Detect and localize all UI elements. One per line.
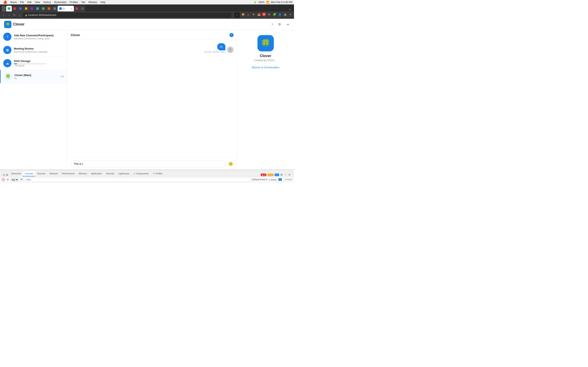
devtools-eye-icon[interactable]: 👁 (20, 178, 23, 181)
devtools-settings-icon[interactable]: ⚙ (280, 173, 283, 176)
extension-2[interactable]: ⚙ (267, 12, 271, 17)
profiles-menu[interactable]: Profiles (68, 0, 80, 4)
help-menu[interactable]: Help (99, 0, 107, 4)
svg-point-0 (229, 48, 231, 50)
tab-2[interactable] (12, 6, 17, 11)
tab-active[interactable]: Ci ✕ (58, 6, 74, 11)
extension-1[interactable]: 🦊 (257, 12, 261, 17)
devtools-panel: ⊡ ⊞ Elements Console Sources Network Per… (0, 170, 294, 184)
file-menu[interactable]: File (18, 0, 26, 4)
add-channels-icon: + (3, 33, 11, 41)
message-content: Hi 0x1De0...A20A 5.41pm (204, 43, 225, 53)
extension-3[interactable]: 🧩 (272, 12, 277, 17)
settings-btn[interactable]: ⚙ (277, 22, 282, 27)
tab-1[interactable] (6, 6, 12, 11)
header-actions: ☽ ⚙ ⇥ (269, 22, 290, 27)
brave-shield[interactable]: 🦁 (241, 12, 245, 17)
add-channels-subtitle: Add More Discussions, voting, airdr... (14, 37, 64, 40)
devtools-context-select[interactable]: top (11, 178, 18, 182)
emoji-btn[interactable]: 🙂 (228, 161, 233, 167)
apple-menu[interactable]: 🍎 (2, 0, 9, 4)
tab-4[interactable] (23, 6, 29, 11)
message-time: 5.41pm (219, 51, 225, 53)
right-panel-name: Clover (260, 54, 271, 58)
sidebar-item-dao-storage[interactable]: ☁ DAO Storage • 15/150GB (0, 57, 67, 70)
message-meta: 0x1De0...A20A 5.41pm (204, 51, 225, 53)
share-btn[interactable]: ↑ (234, 12, 240, 18)
clock: Mon Feb 6 4:40 PM (271, 1, 292, 4)
tab-10[interactable] (74, 6, 80, 11)
clover-main-icon: 🍀 (4, 72, 12, 81)
sidebar-item-meeting-rooms[interactable]: ▦ Meeting Rooms Rooms for conferences, m… (0, 43, 67, 57)
url-text: localhost:3000/dashboard (28, 14, 56, 17)
right-panel-created-by: Created by CF572-... (254, 59, 277, 62)
tab-close[interactable]: ✕ (71, 8, 72, 10)
tab-menu[interactable]: Tab (80, 0, 87, 4)
forward-btn[interactable]: › (7, 13, 11, 17)
tab-7[interactable] (40, 6, 46, 11)
tab-active-label: Ci (62, 7, 65, 10)
right-panel-icon: 🍀 (258, 35, 274, 51)
devtools-pause-icon[interactable]: ⏸ (7, 178, 9, 181)
tab-8[interactable] (46, 6, 52, 11)
tab-6[interactable] (35, 6, 40, 11)
reload-btn[interactable]: ↻ (12, 13, 16, 17)
chat-title: Clover (71, 33, 80, 37)
vpn-icon[interactable]: ▲ (246, 12, 250, 17)
storage-bar-bg (14, 63, 47, 64)
devtools-tab-console[interactable]: Console (23, 171, 35, 176)
devtools-close-icon[interactable]: ✕ (288, 173, 291, 176)
storage-bar-container (14, 63, 64, 64)
bookmarks-menu[interactable]: Bookmarks (53, 0, 68, 4)
history-menu[interactable]: History (42, 0, 52, 4)
tab-3[interactable] (17, 6, 23, 11)
devtools-tab-sources[interactable]: Sources (35, 171, 47, 176)
devtools-tab-application[interactable]: Application (89, 171, 104, 176)
edit-menu[interactable]: Edit (26, 0, 33, 4)
dark-mode-btn[interactable]: ☽ (269, 22, 274, 27)
back-btn[interactable]: ‹ (2, 13, 6, 17)
view-menu[interactable]: View (33, 0, 42, 4)
brave-menu[interactable]: Brave (9, 0, 18, 4)
sidebar-item-clover-main[interactable]: 🍀 Clover (Main) Hi • 5s (0, 70, 67, 83)
devtools-tab-memory[interactable]: Memory (77, 171, 89, 176)
issues-badge: 1 (278, 178, 282, 181)
sidebar-item-add-channels[interactable]: + Add New Channels/Participants Add More… (0, 30, 67, 43)
devtools-clear-icon[interactable]: 🚫 (2, 178, 5, 181)
battery-level: 100% (258, 1, 265, 4)
devtools-right-options: Default levels ▾ 1 Issue: 1 4 hidden (252, 178, 292, 181)
search-in-conversation[interactable]: Search in Conversation (252, 66, 279, 69)
devtools-more-icon[interactable]: ⋮ (284, 173, 287, 176)
clover-main-leaf: 🍀 (6, 74, 11, 79)
address-field[interactable]: 🔒 localhost:3000/dashboard (23, 13, 232, 17)
devtools-tab-components[interactable]: ⚛Components (131, 171, 151, 176)
sidebar-toggle[interactable]: ▦ (283, 12, 287, 17)
tab-overflow[interactable] (2, 6, 6, 11)
devtools-tab-performance[interactable]: Performance (60, 171, 77, 176)
tab-5[interactable] (29, 6, 35, 11)
menu-btn[interactable]: ≡ (288, 12, 292, 17)
logout-btn[interactable]: ⇥ (285, 22, 290, 27)
home-btn[interactable]: ⌂ (17, 13, 22, 17)
browser-address-bar: ‹ › ↻ ⌂ 🔒 localhost:3000/dashboard ↑ 🦁 ▲… (0, 11, 294, 19)
chat-input[interactable] (71, 160, 226, 167)
devtools-inspect-icon[interactable]: ⊡ (3, 173, 5, 176)
devtools-badges-row: ▲ 2 ⚠ 3 ℹ 1 ⚙ ⋮ ✕ (259, 173, 292, 176)
devtools-tab-elements[interactable]: Elements (9, 171, 23, 176)
devtools-filter-input[interactable] (25, 178, 250, 182)
brave-rewards[interactable]: ▼ (251, 12, 256, 17)
devtools-tab-network[interactable]: Network (48, 171, 60, 176)
profile-btn[interactable]: 👤 (278, 12, 282, 17)
chat-header: Clover 1 (67, 30, 237, 40)
lock-icon: 🔒 (25, 14, 27, 16)
devtools-tab-lighthouse[interactable]: Lighthouse (116, 171, 131, 176)
window-menu[interactable]: Window (87, 0, 99, 4)
tab-11[interactable] (80, 6, 85, 11)
default-levels-select[interactable]: Default levels ▾ (252, 178, 267, 181)
meeting-rooms-subtitle: Rooms for conferences, meetings (14, 50, 64, 53)
devtools-dock-icon[interactable]: ⊞ (6, 173, 8, 176)
devtools-tab-profiler[interactable]: ⚛Profiler (151, 171, 164, 176)
devtools-tab-security[interactable]: Security (104, 171, 116, 176)
tab-9[interactable] (52, 6, 58, 11)
new-tab-btn[interactable]: + (287, 8, 292, 11)
